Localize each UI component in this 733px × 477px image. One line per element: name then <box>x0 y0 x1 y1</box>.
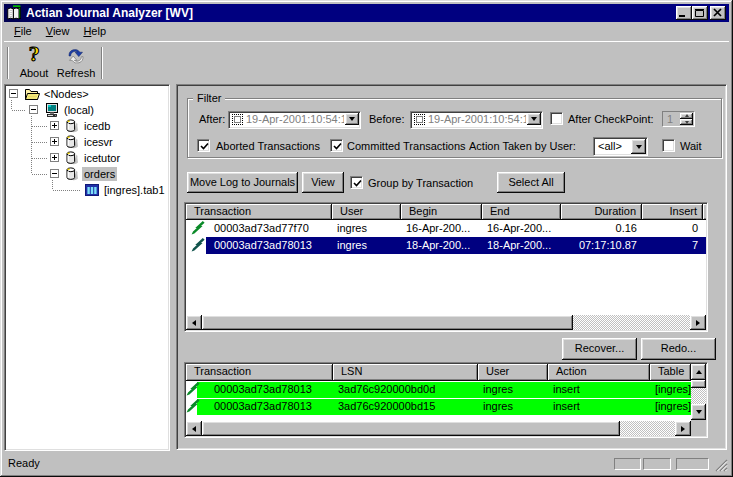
arrow-right-icon <box>696 320 700 326</box>
checkpoint-spinner[interactable]: 1 <box>662 111 695 127</box>
wait-checkbox[interactable] <box>662 139 675 152</box>
tree-connector <box>32 158 47 159</box>
column-header-table[interactable]: Table <box>650 364 691 381</box>
menu-item-help[interactable]: Help <box>76 22 113 41</box>
vscroll-up-button[interactable] <box>691 364 706 380</box>
view-label: View <box>311 176 335 188</box>
cell-table: [ingres].ta <box>651 381 691 398</box>
column-header-begin[interactable]: Begin <box>401 204 482 220</box>
before-checkbox[interactable] <box>414 114 425 125</box>
column-header-insert[interactable]: Insert <box>642 204 703 220</box>
aborted-transactions-checkbox[interactable] <box>197 139 210 152</box>
cell-duration: 0.16 <box>562 220 641 237</box>
user-combobox[interactable]: <all> <box>593 137 648 156</box>
minimize-button[interactable] <box>676 6 692 20</box>
after-checkpoint-checkbox[interactable] <box>550 112 563 125</box>
after-dropdown-button[interactable] <box>345 113 359 125</box>
table-row[interactable]: 00003ad73ad77f70ingres16-Apr-200...16-Ap… <box>186 220 706 237</box>
collapse-icon[interactable] <box>50 169 59 178</box>
toolbar-grip[interactable] <box>7 47 8 79</box>
cell-table: [ingres].ta <box>651 398 691 415</box>
vscroll-down-button[interactable] <box>691 404 706 420</box>
column-header-end[interactable]: End <box>482 204 561 220</box>
table-row[interactable]: 00003ad73ad780133ad76c920000bd15ingresin… <box>186 398 691 415</box>
tree-item-nodes[interactable]: <Nodes> <box>7 86 165 102</box>
committed-transactions-checkbox[interactable] <box>330 139 343 152</box>
checkbox-box <box>416 116 423 123</box>
column-header-action[interactable]: Action <box>548 364 650 381</box>
cell-lsn: 3ad76c920000bd15 <box>334 398 477 415</box>
computer-icon <box>44 102 60 118</box>
statusbar: Ready <box>4 454 729 473</box>
tree-connector <box>12 110 26 111</box>
collapse-icon[interactable] <box>9 89 18 98</box>
lightning-icon-green <box>186 399 200 415</box>
before-datetime-picker[interactable]: 19-Apr-2001:10:54:1 <box>410 111 543 129</box>
hscroll-left-button[interactable] <box>186 315 202 330</box>
move-log-button[interactable]: Move Log to Journals <box>187 172 298 193</box>
about-button[interactable]: ? About <box>13 45 55 83</box>
check-icon <box>353 179 362 188</box>
after-checkpoint-label: After CheckPoint: <box>568 113 654 126</box>
cell-user: ingres <box>479 398 547 415</box>
menu-item-view[interactable]: View <box>39 22 77 41</box>
after-checkbox[interactable] <box>232 114 243 125</box>
before-dropdown-button[interactable] <box>527 113 541 125</box>
vscroll-track[interactable] <box>691 388 706 404</box>
hscroll-left-button[interactable] <box>186 421 202 436</box>
hscroll-right-button[interactable] <box>690 315 706 330</box>
maximize-icon <box>692 6 708 20</box>
close-button[interactable] <box>710 6 726 20</box>
status-pane <box>676 458 709 470</box>
recover-button[interactable]: Recover... <box>562 338 637 360</box>
filter-legend: Filter <box>193 92 225 104</box>
resize-grip[interactable] <box>713 458 728 472</box>
view-button[interactable]: View <box>302 172 344 193</box>
vscroll-thumb[interactable] <box>691 380 706 388</box>
cell-insert: 7 <box>643 237 702 254</box>
menu-item-file[interactable]: File <box>7 22 39 41</box>
column-header-duration[interactable]: Duration <box>561 204 642 220</box>
group-by-transaction-checkbox[interactable] <box>350 176 363 189</box>
tree-connector <box>32 126 47 127</box>
question-icon: ? <box>25 46 43 66</box>
table-row[interactable]: 00003ad73ad780133ad76c920000bd0dingresin… <box>186 381 691 398</box>
hscroll-track[interactable] <box>573 315 690 330</box>
cell-duration: 07:17:10.87 <box>562 237 641 254</box>
tree-item-label: [ingres].tab1 <box>102 183 167 197</box>
database-icon <box>64 166 80 182</box>
user-dropdown-button[interactable] <box>631 139 646 154</box>
chevron-down-icon <box>636 145 642 149</box>
collapse-icon[interactable] <box>29 105 38 114</box>
column-header-user[interactable]: User <box>478 364 548 381</box>
column-header-transaction[interactable]: Transaction <box>186 204 332 220</box>
expand-icon[interactable] <box>50 121 59 130</box>
expand-icon[interactable] <box>50 153 59 162</box>
titlebar[interactable]: Actian Journal Analyzer [WV] <box>4 4 729 22</box>
redo-button[interactable]: Redo... <box>641 338 716 360</box>
column-header-user[interactable]: User <box>332 204 401 220</box>
refresh-button[interactable]: Refresh <box>55 45 97 83</box>
before-label: Before: <box>369 113 404 126</box>
maximize-button[interactable] <box>692 6 708 20</box>
move-log-label: Move Log to Journals <box>190 176 295 188</box>
after-datetime-picker[interactable]: 19-Apr-2001:10:54:1 <box>228 111 361 129</box>
expand-icon[interactable] <box>50 137 59 146</box>
table-row[interactable]: 00003ad73ad78013ingres18-Apr-200...18-Ap… <box>186 237 706 254</box>
select-all-button[interactable]: Select All <box>497 172 565 193</box>
chevron-up-icon <box>685 114 689 117</box>
database-icon <box>64 118 80 134</box>
table-icon <box>84 182 100 198</box>
spinner-down-button[interactable] <box>680 119 693 125</box>
toolbar-separator <box>101 47 102 79</box>
column-header-transaction[interactable]: Transaction <box>186 364 333 381</box>
tree-item-ingres-tab1[interactable]: [ingres].tab1 <box>7 182 165 198</box>
hscroll-right-button[interactable] <box>675 421 691 436</box>
hscroll-thumb[interactable] <box>202 421 620 436</box>
refresh-icon <box>67 46 85 66</box>
status-pane <box>614 458 641 470</box>
checkpoint-value: 1 <box>667 112 673 126</box>
column-header-lsn[interactable]: LSN <box>333 364 478 381</box>
hscroll-track[interactable] <box>620 421 675 436</box>
hscroll-thumb[interactable] <box>202 315 573 330</box>
